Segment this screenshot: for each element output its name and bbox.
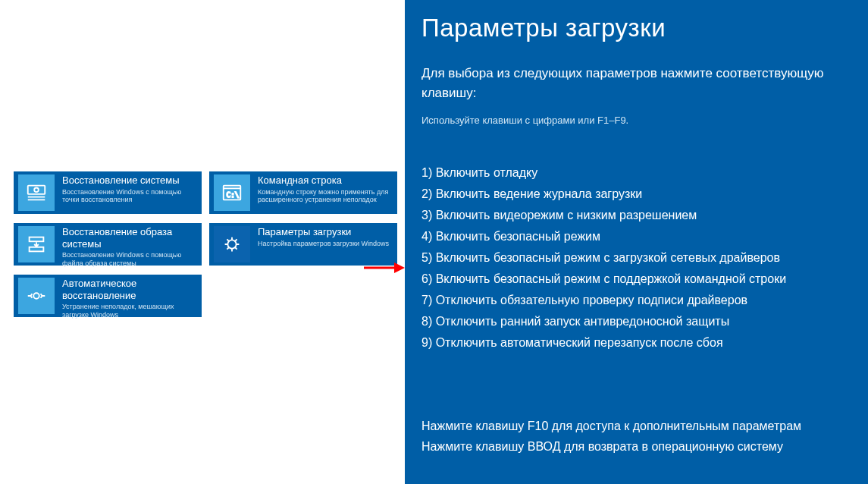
startup-settings-icon <box>214 226 250 262</box>
image-restore-icon <box>18 226 55 262</box>
option-2[interactable]: 2) Включить ведение журнала загрузки <box>421 184 868 205</box>
tile-desc: Восстановление Windows с помощью файла о… <box>62 251 197 268</box>
svg-point-1 <box>34 187 39 192</box>
svg-marker-9 <box>394 262 405 273</box>
command-prompt-icon: C:\ <box>214 174 250 211</box>
tile-desc: Настройка параметров загрузки Windows <box>258 240 393 248</box>
footer-block: Нажмите клавишу F10 для доступа к дополн… <box>421 416 801 457</box>
tile-desc: Восстановление Windows с помощью точки в… <box>62 188 197 205</box>
tile-auto-repair[interactable]: Автоматическое восстановление Устранение… <box>14 275 202 317</box>
option-8[interactable]: 8) Отключить ранний запуск антивредоносн… <box>421 311 868 332</box>
svg-rect-0 <box>28 186 45 194</box>
svg-rect-5 <box>30 247 44 252</box>
footer-enter: Нажмите клавишу ВВОД для возврата в опер… <box>421 436 801 457</box>
system-restore-icon <box>18 174 55 211</box>
arrow-icon <box>364 259 405 276</box>
option-list: 1) Включить отладку 2) Включить ведение … <box>421 162 868 354</box>
tile-title: Восстановление образа системы <box>62 226 197 250</box>
keyboard-hint: Используйте клавиши с цифрами или F1–F9. <box>421 115 868 126</box>
left-panel: Восстановление системы Восстановление Wi… <box>0 0 405 484</box>
svg-point-7 <box>33 293 39 299</box>
tile-command-prompt[interactable]: C:\ Командная строка Командную строку мо… <box>209 171 397 214</box>
option-7[interactable]: 7) Отключить обязательную проверку подпи… <box>421 290 868 311</box>
right-panel: Параметры загрузки Для выбора из следующ… <box>405 0 868 484</box>
option-3[interactable]: 3) Включить видеорежим с низким разрешен… <box>421 205 868 226</box>
option-5[interactable]: 5) Включить безопасный режим с загрузкой… <box>421 247 868 269</box>
tile-system-restore[interactable]: Восстановление системы Восстановление Wi… <box>14 171 202 214</box>
footer-f10: Нажмите клавишу F10 для доступа к дополн… <box>421 416 801 436</box>
tile-image-restore[interactable]: Восстановление образа системы Восстановл… <box>14 223 202 266</box>
tile-desc: Устранение неполадок, мешающих загрузке … <box>62 303 197 319</box>
tile-title: Автоматическое восстановление <box>62 278 197 301</box>
tile-title: Командная строка <box>258 174 393 187</box>
option-6[interactable]: 6) Включить безопасный режим с поддержко… <box>421 269 868 290</box>
tile-title: Параметры загрузки <box>258 226 393 238</box>
svg-text:C:\: C:\ <box>227 190 240 199</box>
page-title: Параметры загрузки <box>421 14 868 42</box>
tile-title: Восстановление системы <box>62 174 197 187</box>
option-9[interactable]: 9) Отключить автоматический перезапуск п… <box>421 332 868 354</box>
option-1[interactable]: 1) Включить отладку <box>421 162 868 184</box>
tile-desc: Командную строку можно применять для рас… <box>258 188 393 205</box>
page-subtitle: Для выбора из следующих параметров нажми… <box>421 64 868 104</box>
option-4[interactable]: 4) Включить безопасный режим <box>421 226 868 247</box>
svg-rect-4 <box>30 237 44 242</box>
tiles-container: Восстановление системы Восстановление Wi… <box>14 171 390 326</box>
auto-repair-icon <box>18 278 55 314</box>
